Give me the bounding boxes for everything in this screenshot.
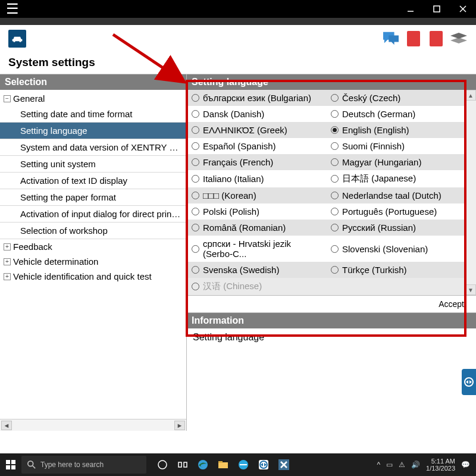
language-radio[interactable] bbox=[192, 224, 199, 231]
language-label: 汉语 (Chinese) bbox=[203, 281, 262, 292]
maximize-button[interactable] bbox=[424, 0, 450, 18]
explorer-icon[interactable] bbox=[213, 453, 233, 476]
language-option[interactable]: Svenska (Swedish) bbox=[187, 262, 326, 278]
tree-child[interactable]: Selection of workshop bbox=[0, 223, 186, 239]
language-option[interactable]: Русский (Russian) bbox=[326, 220, 465, 236]
start-button[interactable] bbox=[0, 460, 21, 469]
scroll-left-icon[interactable]: ◄ bbox=[1, 421, 12, 430]
language-option[interactable]: Español (Spanish) bbox=[187, 138, 326, 154]
language-option[interactable]: Deutsch (German) bbox=[326, 106, 465, 122]
vertical-scrollbar[interactable]: ▲ ▼ bbox=[465, 90, 476, 295]
accept-button[interactable]: Accept bbox=[427, 297, 476, 311]
language-option[interactable]: Magyar (Hungarian) bbox=[326, 154, 465, 170]
language-radio[interactable] bbox=[192, 192, 199, 199]
tree-child[interactable]: System and data version of XENTRY Diagno… bbox=[0, 139, 186, 156]
language-option[interactable]: 汉语 (Chinese) bbox=[187, 278, 326, 295]
scroll-down-icon[interactable]: ▼ bbox=[465, 284, 476, 295]
edge-icon[interactable] bbox=[193, 453, 213, 476]
tree-child[interactable]: Setting language bbox=[0, 123, 186, 139]
language-option[interactable]: Italiano (Italian) bbox=[187, 170, 326, 187]
chat-icon[interactable] bbox=[382, 30, 400, 48]
tree-child[interactable]: Activation of input dialog for direct pr… bbox=[0, 206, 186, 223]
search-box[interactable]: Type here to search bbox=[21, 456, 146, 474]
language-option[interactable]: Český (Czech) bbox=[326, 90, 465, 106]
system-tray[interactable]: ^ ▭ ⚠ 🔊 5:11 AM 1/13/2023 💬 bbox=[377, 458, 476, 472]
language-radio[interactable] bbox=[331, 110, 339, 118]
language-radio[interactable] bbox=[192, 110, 199, 118]
language-option[interactable]: 日本語 (Japanese) bbox=[326, 170, 465, 187]
expand-icon[interactable]: + bbox=[4, 273, 11, 280]
minimize-button[interactable] bbox=[397, 0, 424, 18]
xentry-icon[interactable] bbox=[274, 453, 294, 476]
language-option[interactable]: □□□ (Korean) bbox=[187, 187, 326, 203]
tree-node-general[interactable]: − General bbox=[0, 91, 186, 106]
tree-child[interactable]: Setting unit system bbox=[0, 156, 186, 173]
language-radio[interactable] bbox=[192, 245, 199, 253]
language-radio[interactable] bbox=[331, 142, 339, 150]
tree-child[interactable]: Setting date and time format bbox=[0, 106, 186, 123]
language-radio[interactable] bbox=[192, 94, 199, 102]
language-option[interactable]: Nederlandse taal (Dutch) bbox=[326, 187, 465, 203]
scroll-up-icon[interactable]: ▲ bbox=[465, 90, 476, 101]
language-radio[interactable] bbox=[331, 126, 339, 134]
language-option[interactable]: Português (Portuguese) bbox=[326, 203, 465, 220]
language-radio[interactable] bbox=[331, 224, 339, 231]
tree-node-vehicle-ident[interactable]: + Vehicle identification and quick test bbox=[0, 269, 186, 284]
search-placeholder: Type here to search bbox=[40, 461, 104, 469]
language-radio[interactable] bbox=[192, 126, 199, 134]
language-option[interactable]: Français (French) bbox=[187, 154, 326, 170]
task-view-icon[interactable] bbox=[173, 453, 193, 476]
horizontal-scrollbar[interactable]: ◄ ► bbox=[0, 419, 186, 431]
language-option[interactable]: српски - Hrvatski jezik (Serbo-C... bbox=[187, 236, 326, 262]
language-radio[interactable] bbox=[192, 208, 199, 215]
ie-icon[interactable] bbox=[233, 453, 253, 476]
language-radio[interactable] bbox=[331, 175, 339, 183]
scroll-right-icon[interactable]: ► bbox=[174, 421, 185, 430]
pdf-print-icon[interactable] bbox=[427, 30, 445, 48]
tree-node-feedback[interactable]: + Feedback bbox=[0, 239, 186, 254]
language-radio[interactable] bbox=[192, 158, 199, 166]
language-option[interactable]: Slovenski (Slovenian) bbox=[326, 236, 465, 262]
language-radio[interactable] bbox=[331, 94, 339, 102]
language-radio[interactable] bbox=[192, 283, 199, 290]
volume-icon[interactable]: 🔊 bbox=[411, 461, 420, 469]
wifi-icon[interactable]: ⚠ bbox=[399, 461, 405, 469]
language-radio[interactable] bbox=[331, 245, 339, 253]
language-option[interactable]: Dansk (Danish) bbox=[187, 106, 326, 122]
language-option[interactable]: Română (Romanian) bbox=[187, 220, 326, 236]
language-radio[interactable] bbox=[331, 192, 339, 199]
notifications-icon[interactable]: 💬 bbox=[461, 461, 470, 469]
teamviewer-icon[interactable] bbox=[253, 453, 274, 476]
language-option[interactable]: ΕΛΛΗΝΙΚΌΣ (Greek) bbox=[187, 122, 326, 138]
language-radio[interactable] bbox=[331, 208, 339, 215]
tree-node-vehicle-determination[interactable]: + Vehicle determination bbox=[0, 254, 186, 269]
language-label: Polski (Polish) bbox=[203, 206, 259, 217]
language-radio[interactable] bbox=[331, 158, 339, 166]
teamviewer-tab[interactable] bbox=[462, 369, 476, 395]
language-radio[interactable] bbox=[331, 266, 339, 274]
language-option[interactable]: български език (Bulgarian) bbox=[187, 90, 326, 106]
language-radio[interactable] bbox=[192, 266, 199, 274]
close-button[interactable] bbox=[450, 0, 476, 18]
language-option[interactable]: Suomi (Finnish) bbox=[326, 138, 465, 154]
layers-icon[interactable] bbox=[450, 30, 468, 48]
expand-icon[interactable]: + bbox=[4, 243, 11, 250]
expand-icon[interactable]: + bbox=[4, 258, 11, 265]
menu-icon[interactable]: ☰ bbox=[0, 0, 25, 18]
language-radio[interactable] bbox=[192, 142, 199, 150]
language-label: Dansk (Danish) bbox=[203, 109, 264, 119]
language-radio[interactable] bbox=[192, 175, 199, 183]
clock[interactable]: 5:11 AM 1/13/2023 bbox=[426, 458, 455, 472]
language-option[interactable]: Türkçe (Turkish) bbox=[326, 262, 465, 278]
pdf-export-icon[interactable] bbox=[405, 30, 422, 48]
battery-icon[interactable]: ▭ bbox=[386, 461, 393, 469]
tree-child[interactable]: Setting the paper format bbox=[0, 189, 186, 206]
language-option[interactable]: English (English) bbox=[326, 122, 465, 138]
vehicle-icon[interactable] bbox=[8, 30, 26, 48]
language-option[interactable]: Polski (Polish) bbox=[187, 203, 326, 220]
tree-child[interactable]: Activation of text ID display bbox=[0, 173, 186, 189]
selection-tree[interactable]: − General Setting date and time formatSe… bbox=[0, 90, 186, 419]
cortana-icon[interactable] bbox=[152, 453, 173, 476]
tray-chevron-icon[interactable]: ^ bbox=[377, 461, 380, 469]
collapse-icon[interactable]: − bbox=[4, 95, 11, 102]
